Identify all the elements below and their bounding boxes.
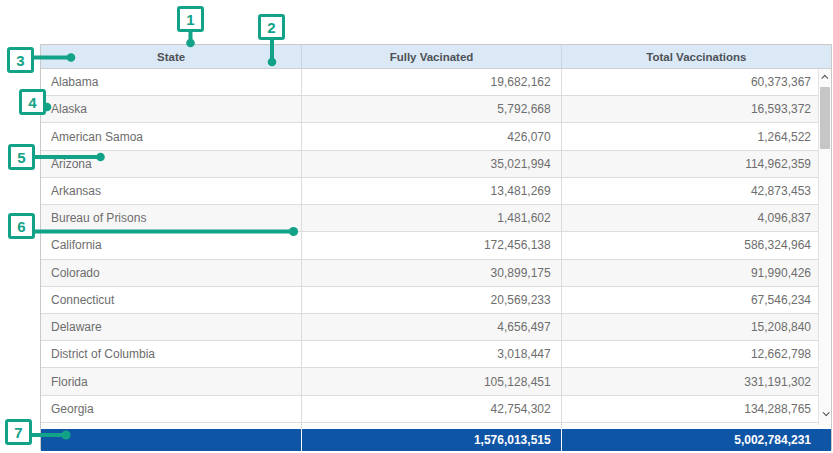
table-row[interactable]: Alabama 19,682,162 60,373,367 <box>41 69 831 96</box>
table-row[interactable]: Bureau of Prisons 1,481,602 4,096,837 <box>41 205 831 232</box>
summary-fully-total: 1,576,013,515 <box>302 429 561 451</box>
cell-total: 16,593,372 <box>562 96 831 122</box>
vertical-scrollbar[interactable] <box>818 69 831 425</box>
cell-fully: 3,018,447 <box>302 341 561 367</box>
table-row[interactable]: California 172,456,138 586,324,964 <box>41 232 831 259</box>
cell-total: 67,546,234 <box>562 287 831 313</box>
cell-total: 15,208,840 <box>562 314 831 340</box>
cell-total: 12,662,798 <box>562 341 831 367</box>
summary-row: 1,576,013,515 5,002,784,231 <box>41 429 831 451</box>
cell-fully: 5,792,668 <box>302 96 561 122</box>
summary-vaccinations-total: 5,002,784,231 <box>562 429 831 451</box>
table-row[interactable]: Connecticut 20,569,233 67,546,234 <box>41 287 831 314</box>
cell-state: Alabama <box>41 69 302 95</box>
callout-7-badge: 7 <box>5 419 32 445</box>
scroll-up-button[interactable] <box>819 69 831 85</box>
annotated-table-screenshot: { "callouts": [ {"label": "1"}, {"label"… <box>0 0 833 453</box>
cell-state: Connecticut <box>41 287 302 313</box>
cell-total: 331,191,302 <box>562 368 831 394</box>
cell-state: Georgia <box>41 396 302 422</box>
cell-total: 114,962,359 <box>562 151 831 177</box>
cell-total: 1,264,522 <box>562 123 831 149</box>
summary-state-cell <box>41 429 302 451</box>
scroll-down-button[interactable] <box>819 405 831 421</box>
cell-fully: 426,070 <box>302 123 561 149</box>
table-row[interactable]: Alaska 5,792,668 16,593,372 <box>41 96 831 123</box>
cell-state: Alaska <box>41 96 302 122</box>
callout-4-badge: 4 <box>19 89 46 115</box>
cell-state: California <box>41 232 302 258</box>
cell-state: Arizona <box>41 151 302 177</box>
table-row[interactable]: Delaware 4,656,497 15,208,840 <box>41 314 831 341</box>
table-row[interactable]: Arizona 35,021,994 114,962,359 <box>41 151 831 178</box>
table-row[interactable]: Georgia 42,754,302 134,288,765 <box>41 396 831 423</box>
callout-2-badge: 2 <box>258 14 285 40</box>
cell-fully: 35,021,994 <box>302 151 561 177</box>
cell-fully: 4,656,497 <box>302 314 561 340</box>
cell-state: American Samoa <box>41 123 302 149</box>
callout-5-badge: 5 <box>8 144 35 170</box>
cell-fully: 105,128,451 <box>302 368 561 394</box>
cell-fully: 19,682,162 <box>302 69 561 95</box>
cell-fully: 172,456,138 <box>302 232 561 258</box>
cell-total: 134,288,765 <box>562 396 831 422</box>
cell-total: 60,373,367 <box>562 69 831 95</box>
callout-6-badge: 6 <box>8 213 35 239</box>
cell-total: 91,990,426 <box>562 260 831 286</box>
cell-state: Delaware <box>41 314 302 340</box>
cell-fully: 30,899,175 <box>302 260 561 286</box>
cell-state: Bureau of Prisons <box>41 205 302 231</box>
cell-fully: 1,481,602 <box>302 205 561 231</box>
table-row[interactable]: American Samoa 426,070 1,264,522 <box>41 123 831 150</box>
cell-fully: 42,754,302 <box>302 396 561 422</box>
callout-3-badge: 3 <box>7 47 34 73</box>
attribute-table: State Fully Vacinated Total Vaccinations… <box>40 44 832 450</box>
cell-total: 42,873,453 <box>562 178 831 204</box>
chevron-down-icon <box>822 409 829 416</box>
column-header-total-vaccinations[interactable]: Total Vaccinations <box>562 45 831 68</box>
cell-state: Florida <box>41 368 302 394</box>
table-row[interactable]: Florida 105,128,451 331,191,302 <box>41 368 831 395</box>
cell-total: 4,096,837 <box>562 205 831 231</box>
callout-1-badge: 1 <box>177 6 204 32</box>
cell-fully: 20,569,233 <box>302 287 561 313</box>
cell-state: Arkansas <box>41 178 302 204</box>
column-header-state[interactable]: State <box>41 45 302 68</box>
table-body: Alabama 19,682,162 60,373,367 Alaska 5,7… <box>41 69 831 423</box>
cell-fully: 13,481,269 <box>302 178 561 204</box>
table-row[interactable]: Colorado 30,899,175 91,990,426 <box>41 260 831 287</box>
table-row[interactable]: Arkansas 13,481,269 42,873,453 <box>41 178 831 205</box>
column-header-fully-vaccinated[interactable]: Fully Vacinated <box>302 45 561 68</box>
cell-state: District of Columbia <box>41 341 302 367</box>
table-row[interactable]: District of Columbia 3,018,447 12,662,79… <box>41 341 831 368</box>
cell-total: 586,324,964 <box>562 232 831 258</box>
chevron-up-icon <box>821 74 828 81</box>
scrollbar-thumb[interactable] <box>820 87 830 149</box>
cell-state: Colorado <box>41 260 302 286</box>
table-header-row: State Fully Vacinated Total Vaccinations <box>41 45 831 69</box>
